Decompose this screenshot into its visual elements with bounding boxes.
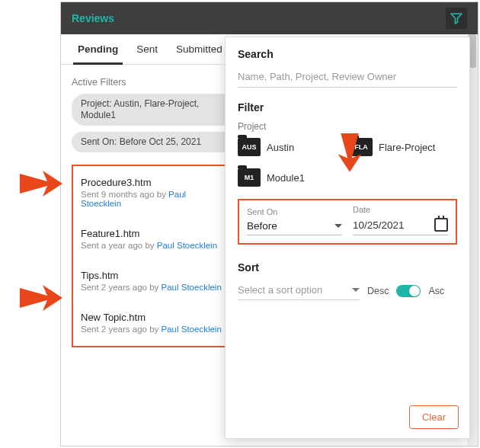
list-item[interactable]: Procedure3.htm Sent 9 months ago by Paul… [81,172,226,216]
author-link[interactable]: Paul Stoecklein [162,283,222,292]
date-value: 10/25/2021 [353,219,428,231]
filter-icon-button[interactable] [446,8,467,29]
project-name: Flare-Project [379,142,435,153]
order-desc-label: Desc [367,286,389,296]
panel-title: Reviews [72,12,114,24]
sort-placeholder: Select a sort option [238,284,322,296]
chevron-down-icon [352,288,360,292]
project-name: Module1 [267,172,305,184]
date-input[interactable]: 10/25/2021 [353,216,448,235]
file-meta: Sent 2 years ago by Paul Stoecklein [81,325,226,334]
file-meta: Sent 9 months ago by Paul Stoecklein [81,190,226,208]
filter-heading: Filter [238,101,457,114]
tab-pending[interactable]: Pending [69,34,127,64]
sent-on-value: Before [247,220,277,232]
file-name: Procedure3.htm [81,177,226,188]
calendar-icon[interactable] [434,218,448,232]
search-input[interactable] [238,68,457,88]
file-name: Feature1.htm [81,228,226,239]
pill-text: Sent On: Before Oct 25, 2021 [81,136,225,148]
sort-dropdown[interactable]: Select a sort option [238,281,360,300]
list-item[interactable]: Tips.htm Sent 2 years ago by Paul Stoeck… [81,265,226,299]
clear-button[interactable]: Clear [409,405,459,429]
sent-on-dropdown[interactable]: Before [247,218,342,235]
date-label: Date [353,205,448,214]
sent-on-label: Sent On [247,207,342,216]
project-option[interactable]: FLA Flare-Project [350,138,457,156]
project-label: Project [238,121,457,132]
order-asc-label: Asc [428,286,444,296]
file-meta: Sent a year ago by Paul Stoecklein [81,241,226,250]
filter-panel: Search Filter Project AUS Austin FLA Fla… [225,37,470,439]
tab-submitted[interactable]: Submitted [167,34,232,64]
annotation-arrow [20,168,62,200]
folder-icon: AUS [238,138,261,156]
annotation-arrow [20,282,62,314]
file-name: Tips.htm [81,270,226,281]
filter-pill-project[interactable]: Project: Austin, Flare-Project, Module1 … [72,94,239,126]
sent-on-group: Sent On Before Date 10/25/2021 [238,199,457,245]
tab-sent[interactable]: Sent [127,34,167,64]
file-meta: Sent 2 years ago by Paul Stoecklein [81,283,226,292]
list-item[interactable]: New Topic.htm Sent 2 years ago by Paul S… [81,307,226,341]
annotation-arrow [335,133,364,168]
folder-icon: M1 [238,168,261,187]
project-name: Austin [267,142,294,153]
list-item[interactable]: Feature1.htm Sent a year ago by Paul Sto… [81,223,226,258]
project-option[interactable]: AUS Austin [238,138,345,156]
file-list: Procedure3.htm Sent 9 months ago by Paul… [72,165,235,347]
filter-pill-senton[interactable]: Sent On: Before Oct 25, 2021 × [72,132,243,152]
author-link[interactable]: Paul Stoecklein [162,325,222,334]
sort-heading: Sort [238,261,457,274]
search-heading: Search [238,48,457,60]
date-field: Date 10/25/2021 [353,205,448,235]
sent-on-field: Sent On Before [247,207,342,235]
chevron-down-icon [334,224,342,228]
project-option[interactable]: M1 Module1 [238,168,345,187]
sort-section: Sort Select a sort option Desc Asc [238,261,457,300]
panel-header: Reviews [61,2,478,34]
author-link[interactable]: Paul Stoecklein [157,241,217,250]
pill-text: Project: Austin, Flare-Project, Module1 [81,98,221,121]
sort-order-toggle[interactable] [396,285,421,297]
funnel-icon [450,12,462,24]
file-name: New Topic.htm [81,312,226,323]
